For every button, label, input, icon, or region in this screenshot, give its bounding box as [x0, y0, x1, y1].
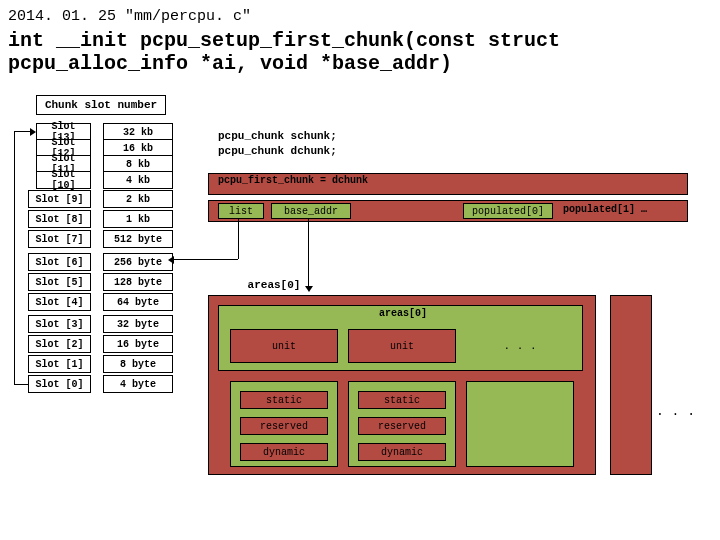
slot-label: Slot [5] — [28, 273, 91, 291]
connector-line — [14, 131, 15, 384]
date-text: 2014. 01. 25 — [8, 8, 116, 25]
slot-label: Slot [8] — [28, 210, 91, 228]
areas-outer-ellipsis — [610, 295, 652, 475]
base-addr-field: base_addr — [271, 203, 351, 219]
slot-size: 4 byte — [103, 375, 173, 393]
connector-arrow — [308, 219, 309, 287]
first-chunk-label: pcpu_first_chunk = dchunk — [218, 175, 368, 186]
slot-caption: Chunk slot number — [36, 95, 166, 115]
areas0-inner-label: areas[0] — [368, 308, 438, 319]
mem-reserved: reserved — [240, 417, 328, 435]
slot-label: Slot [6] — [28, 253, 91, 271]
connector-line — [238, 219, 239, 259]
unit-ellipsis: . . . — [466, 329, 574, 363]
connector-arrow — [14, 131, 31, 132]
mem-static: static — [240, 391, 328, 409]
slot-size: 256 byte — [103, 253, 173, 271]
connector-line — [14, 384, 28, 385]
slot-size: 16 byte — [103, 335, 173, 353]
populated1-field: populated[1] … — [563, 204, 658, 215]
slot-label: Slot [10] — [36, 171, 91, 189]
slot-size: 2 kb — [103, 190, 173, 208]
schunk-decl: pcpu_chunk schunk; — [218, 130, 398, 142]
mem-dynamic: dynamic — [240, 443, 328, 461]
list-field: list — [218, 203, 264, 219]
mem-static: static — [358, 391, 446, 409]
slot-size: 512 byte — [103, 230, 173, 248]
mem-dynamic: dynamic — [358, 443, 446, 461]
slot-label: Slot [4] — [28, 293, 91, 311]
ellipsis: . . . — [656, 405, 695, 419]
function-signature: int __init pcpu_setup_first_chunk(const … — [8, 29, 712, 75]
connector-arrow — [173, 259, 238, 260]
diagram-canvas: Chunk slot number Slot [13] 32 kb Slot [… — [8, 95, 712, 525]
unit-box: unit — [230, 329, 338, 363]
slot-size: 32 byte — [103, 315, 173, 333]
populated0-field: populated[0] — [463, 203, 553, 219]
areas0-label: areas[0] — [234, 279, 314, 291]
slot-size: 128 byte — [103, 273, 173, 291]
slot-label: Slot [9] — [28, 190, 91, 208]
slot-size: 4 kb — [103, 171, 173, 189]
slot-label: Slot [1] — [28, 355, 91, 373]
slot-label: Slot [7] — [28, 230, 91, 248]
file-text: "mm/percpu. c" — [125, 8, 251, 25]
slot-size: 1 kb — [103, 210, 173, 228]
slot-size: 64 byte — [103, 293, 173, 311]
slot-size: 8 byte — [103, 355, 173, 373]
slot-label: Slot [0] — [28, 375, 91, 393]
unit-box: unit — [348, 329, 456, 363]
slot-label: Slot [3] — [28, 315, 91, 333]
dchunk-decl: pcpu_chunk dchunk; — [218, 145, 398, 157]
mem-reserved: reserved — [358, 417, 446, 435]
mem-column — [466, 381, 574, 467]
slot-label: Slot [2] — [28, 335, 91, 353]
